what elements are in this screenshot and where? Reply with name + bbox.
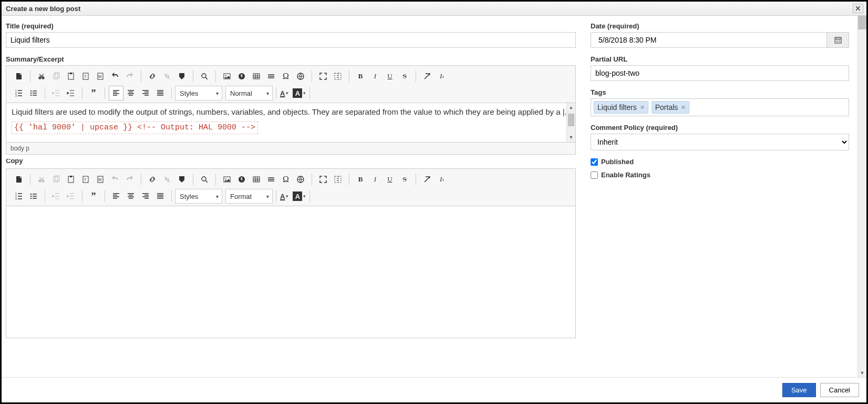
tag-remove-icon[interactable]: ✕	[681, 104, 686, 111]
redo-icon[interactable]	[122, 172, 137, 187]
source-icon[interactable]	[12, 69, 26, 84]
italic-icon[interactable]: I	[368, 69, 383, 84]
styles-combo[interactable]: Styles	[175, 189, 222, 204]
cut-icon[interactable]	[34, 172, 49, 187]
unlink-icon[interactable]	[160, 69, 174, 84]
align-right-icon[interactable]	[138, 86, 153, 100]
specialchar-icon[interactable]: Ω	[278, 172, 293, 187]
page-scrollbar[interactable]: ▼	[857, 16, 866, 377]
image-icon[interactable]	[220, 172, 234, 187]
link-icon[interactable]	[145, 69, 160, 84]
italic-icon[interactable]: I	[368, 172, 383, 187]
cut-icon[interactable]	[34, 69, 49, 84]
align-justify-icon[interactable]	[153, 86, 168, 100]
save-button[interactable]: Save	[782, 383, 816, 397]
numberlist-icon[interactable]: 123	[12, 86, 26, 100]
flash-icon[interactable]	[234, 172, 249, 187]
paste-text-icon[interactable]: T	[78, 69, 93, 84]
align-center-icon[interactable]	[123, 86, 138, 100]
tag-chip[interactable]: Liquid filters ✕	[594, 101, 648, 114]
image-icon[interactable]	[220, 69, 234, 84]
tag-remove-icon[interactable]: ✕	[640, 104, 645, 111]
clear-icon[interactable]: Ix	[435, 69, 449, 84]
copy-icon[interactable]	[49, 69, 64, 84]
underline-icon[interactable]: U	[383, 172, 397, 187]
indent-icon[interactable]	[64, 189, 78, 204]
iframe-icon[interactable]	[293, 69, 308, 84]
text-color-combo[interactable]: A▾	[278, 189, 291, 204]
table-icon[interactable]	[249, 69, 264, 84]
align-center-icon[interactable]	[123, 189, 138, 204]
format-combo[interactable]: Format	[225, 189, 273, 204]
removeformat-icon[interactable]	[420, 69, 435, 84]
outdent-icon[interactable]	[49, 86, 64, 100]
undo-icon[interactable]	[108, 69, 122, 84]
bulletlist-icon[interactable]	[26, 86, 41, 100]
summary-status-path[interactable]: body p	[6, 142, 575, 154]
editor-scrollbar[interactable]: ▲▼	[566, 103, 575, 142]
align-left-icon[interactable]	[109, 189, 123, 204]
clear-icon[interactable]: Ix	[435, 172, 449, 187]
bold-icon[interactable]: B	[353, 172, 368, 187]
summary-label: Summary/Excerpt	[6, 55, 576, 63]
hr-icon[interactable]	[264, 69, 278, 84]
strike-icon[interactable]: S	[397, 172, 412, 187]
hr-icon[interactable]	[264, 172, 278, 187]
blockquote-icon[interactable]: ”	[86, 86, 101, 100]
paste-icon[interactable]	[64, 69, 78, 84]
copy-icon[interactable]	[49, 172, 64, 187]
bg-color-combo[interactable]: A▾	[291, 86, 308, 100]
title-input[interactable]	[6, 32, 576, 48]
redo-icon[interactable]	[122, 69, 137, 84]
maximize-icon[interactable]	[316, 172, 330, 187]
partial-url-input[interactable]	[591, 65, 849, 81]
anchor-icon[interactable]	[174, 172, 189, 187]
paste-text-icon[interactable]: T	[78, 172, 93, 187]
date-input[interactable]	[591, 32, 827, 48]
showblocks-icon[interactable]	[330, 172, 345, 187]
paste-word-icon[interactable]: W	[93, 69, 108, 84]
close-button[interactable]: ✕	[853, 4, 863, 13]
find-icon[interactable]	[197, 172, 212, 187]
text-color-combo[interactable]: A▾	[278, 86, 291, 100]
strike-icon[interactable]: S	[397, 69, 412, 84]
paste-word-icon[interactable]: W	[93, 172, 108, 187]
enable-ratings-checkbox[interactable]	[591, 171, 598, 179]
cancel-button[interactable]: Cancel	[820, 383, 859, 397]
source-icon[interactable]	[12, 172, 26, 187]
copy-editor-area[interactable]	[6, 206, 575, 338]
specialchar-icon[interactable]: Ω	[278, 69, 293, 84]
table-icon[interactable]	[249, 172, 264, 187]
paste-icon[interactable]	[64, 172, 78, 187]
iframe-icon[interactable]	[293, 172, 308, 187]
outdent-icon[interactable]	[49, 189, 64, 204]
bulletlist-icon[interactable]	[26, 189, 41, 204]
align-right-icon[interactable]	[138, 189, 153, 204]
comment-policy-select[interactable]: Inherit	[591, 134, 849, 150]
unlink-icon[interactable]	[160, 172, 174, 187]
anchor-icon[interactable]	[174, 69, 189, 84]
blockquote-icon[interactable]: ”	[86, 189, 101, 204]
underline-icon[interactable]: U	[383, 69, 397, 84]
svg-point-8	[202, 74, 206, 78]
maximize-icon[interactable]	[316, 69, 330, 84]
undo-icon[interactable]	[108, 172, 122, 187]
numberlist-icon[interactable]: 123	[12, 189, 26, 204]
find-icon[interactable]	[197, 69, 212, 84]
align-left-icon[interactable]	[109, 86, 123, 100]
showblocks-icon[interactable]	[330, 69, 345, 84]
styles-combo[interactable]: Styles	[175, 86, 222, 100]
tag-chip[interactable]: Portals ✕	[652, 101, 690, 114]
removeformat-icon[interactable]	[420, 172, 435, 187]
published-checkbox[interactable]	[591, 158, 598, 166]
align-justify-icon[interactable]	[153, 189, 168, 204]
bold-icon[interactable]: B	[353, 69, 368, 84]
indent-icon[interactable]	[64, 86, 78, 100]
bg-color-combo[interactable]: A▾	[291, 189, 308, 204]
flash-icon[interactable]	[234, 69, 249, 84]
link-icon[interactable]	[145, 172, 160, 187]
tags-input[interactable]: Liquid filters ✕ Portals ✕	[591, 98, 849, 116]
summary-editor-area[interactable]: Liquid filters are used to modify the ou…	[6, 103, 575, 142]
format-combo[interactable]: Normal	[225, 86, 273, 100]
date-picker-button[interactable]	[827, 32, 849, 48]
